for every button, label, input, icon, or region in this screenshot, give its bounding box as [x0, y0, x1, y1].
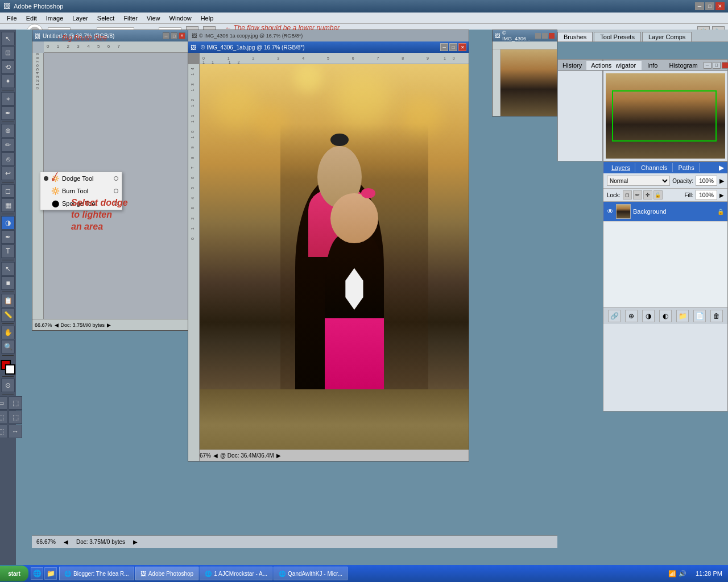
- fg-bg-color-swatch[interactable]: [1, 360, 15, 375]
- clone-tool[interactable]: ⎋: [1, 152, 15, 166]
- layers-tab-paths[interactable]: Paths: [674, 163, 700, 172]
- main-nav-right[interactable]: ▶: [276, 452, 281, 459]
- main-nav-left[interactable]: ◀: [213, 452, 218, 459]
- lasso-tool[interactable]: ⟲: [1, 60, 15, 74]
- tab-brushes[interactable]: Brushes: [557, 32, 593, 41]
- thumb-max-btn[interactable]: [542, 33, 548, 39]
- menu-select[interactable]: Select: [93, 14, 119, 23]
- main-max-btn[interactable]: □: [449, 43, 457, 51]
- layer-styles-btn[interactable]: ⊕: [625, 310, 638, 322]
- path-select-tool[interactable]: ↖: [1, 262, 15, 276]
- untitled-titlebar[interactable]: 🖼 Untitled-3 @ 66.7% (RGB/8) ─ □ ✕: [32, 30, 188, 41]
- ps-nav-left[interactable]: ◀: [64, 539, 68, 545]
- hand-tool[interactable]: ✋: [1, 326, 15, 339]
- nav-close-btn[interactable]: [722, 62, 728, 69]
- main-image-titlebar[interactable]: 🖼 © IMG_4306_1ab.jpg @ 16.7% (RGB/8*) ─ …: [188, 41, 469, 53]
- blend-mode-select[interactable]: Normal Multiply Screen: [607, 176, 670, 186]
- fill-arrow[interactable]: ▶: [719, 192, 724, 198]
- tab-layer-comps[interactable]: Layer Comps: [642, 32, 692, 41]
- brush-tool[interactable]: ✏: [1, 138, 15, 152]
- menu-view[interactable]: View: [142, 14, 165, 23]
- ql-ie-btn[interactable]: 🌐: [31, 567, 43, 580]
- minimize-button[interactable]: ─: [695, 2, 704, 10]
- start-button[interactable]: start: [0, 566, 28, 581]
- untitled-nav-right[interactable]: ▶: [107, 322, 111, 328]
- main-image-inactive-tab[interactable]: 🖼 © IMG_4306 1a ccopy.jpg @ 16.7% (RGB/8…: [188, 30, 469, 41]
- tab-tool-presets[interactable]: Tool Presets: [594, 32, 641, 41]
- mask-btn[interactable]: ◑: [642, 310, 655, 322]
- actions-tab[interactable]: Actions: [586, 61, 616, 70]
- delete-layer-btn[interactable]: 🗑: [710, 310, 723, 322]
- nav-tab-histogram[interactable]: Histogram: [663, 61, 703, 70]
- menu-edit[interactable]: Edit: [22, 14, 42, 23]
- nav-tab-info[interactable]: Info: [642, 61, 663, 70]
- extra-btn2[interactable]: ⬚: [9, 410, 22, 424]
- menu-layer[interactable]: Layer: [68, 14, 93, 23]
- taskbar-item-qanda[interactable]: 🌐 QandAwithKJ - Micr...: [274, 567, 348, 580]
- measure-tool[interactable]: 📏: [1, 308, 15, 322]
- thumb-titlebar[interactable]: 🖼 © IMG_4306...: [493, 30, 557, 41]
- untitled-close-btn[interactable]: ✕: [179, 32, 185, 39]
- extra-btn1[interactable]: ⬚: [0, 410, 7, 424]
- group-btn[interactable]: 📁: [676, 310, 689, 322]
- maximize-button[interactable]: □: [705, 2, 714, 10]
- lock-move-btn[interactable]: ✛: [643, 190, 652, 199]
- thumb-content[interactable]: [493, 41, 557, 116]
- eraser-tool[interactable]: ◻: [1, 184, 15, 198]
- dodge-tool-btn[interactable]: ◑: [1, 216, 15, 230]
- arrow-btn2[interactable]: ↔: [9, 425, 22, 438]
- thumb-min-btn[interactable]: [535, 33, 541, 39]
- menu-help[interactable]: Help: [196, 14, 218, 23]
- lock-transparent-btn[interactable]: ◻: [623, 190, 632, 199]
- menu-image[interactable]: Image: [42, 14, 68, 23]
- crop-tool[interactable]: ⌖: [1, 92, 15, 106]
- fill-input[interactable]: [696, 190, 717, 200]
- notes-tool[interactable]: 📋: [1, 294, 15, 307]
- standard-mode[interactable]: ▭: [0, 396, 7, 410]
- untitled-nav-left[interactable]: ◀: [55, 322, 59, 328]
- ps-nav-right[interactable]: ▶: [133, 539, 138, 545]
- layers-options-btn[interactable]: ▶: [719, 164, 724, 172]
- untitled-max-btn[interactable]: □: [171, 32, 177, 39]
- opacity-arrow[interactable]: ▶: [719, 177, 724, 185]
- nav-max-btn[interactable]: □: [713, 62, 721, 69]
- move-tool[interactable]: ↖: [1, 32, 15, 45]
- close-button[interactable]: ✕: [715, 2, 725, 10]
- marquee-tool[interactable]: ⊡: [1, 46, 15, 60]
- link-layers-btn[interactable]: 🔗: [608, 310, 621, 322]
- healing-tool[interactable]: ⊕: [1, 124, 15, 138]
- taskbar-item-blogger[interactable]: 🌐 Blogger: The Idea R...: [59, 567, 134, 580]
- lock-all-btn[interactable]: 🔒: [653, 190, 663, 199]
- taskbar-item-photoshop[interactable]: 🖼 Adobe Photoshop: [135, 567, 199, 580]
- type-tool[interactable]: T: [1, 244, 15, 258]
- taskbar-item-ajc[interactable]: 🌐 1 AJCMrockstar - A...: [200, 567, 272, 580]
- mask-mode-btn[interactable]: ⊙: [1, 379, 15, 392]
- nav-min-btn[interactable]: ─: [704, 62, 712, 69]
- main-close-btn[interactable]: ✕: [458, 43, 466, 51]
- shape-tool[interactable]: ■: [1, 276, 15, 290]
- photo-display[interactable]: [200, 64, 469, 461]
- new-layer-btn[interactable]: 📄: [693, 310, 706, 322]
- layer-eye-icon[interactable]: 👁: [607, 207, 614, 215]
- layers-tab-channels[interactable]: Channels: [636, 163, 672, 172]
- pen-tool[interactable]: ✒: [1, 230, 15, 244]
- history-tab[interactable]: History: [558, 61, 586, 70]
- menu-filter[interactable]: Filter: [119, 14, 142, 23]
- main-image-content[interactable]: 0 1 2 3 4 5 6 7 8 9 10 11 12 0 1 2 3 4 5…: [188, 53, 469, 461]
- menu-window[interactable]: Window: [165, 14, 196, 23]
- lock-paint-btn[interactable]: ✏: [633, 190, 642, 199]
- layers-tab-layers[interactable]: Layers: [607, 163, 635, 172]
- gradient-tool[interactable]: ▦: [1, 198, 15, 212]
- adjustment-btn[interactable]: ◐: [659, 310, 672, 322]
- zoom-tool[interactable]: 🔍: [1, 340, 15, 354]
- nav-view-box[interactable]: [612, 90, 717, 142]
- dodge-tool-item[interactable]: 🔅 Dodge Tool: [40, 172, 122, 185]
- thumb-close-btn[interactable]: [549, 33, 555, 39]
- untitled-min-btn[interactable]: ─: [163, 32, 169, 39]
- background-color[interactable]: [5, 364, 15, 375]
- burn-tool-item[interactable]: 🔆 Burn Tool: [40, 185, 122, 197]
- menu-file[interactable]: File: [2, 14, 22, 23]
- ql-explorer-btn[interactable]: 📁: [44, 567, 57, 580]
- fullscreen-mode[interactable]: ⬚: [9, 396, 22, 410]
- arrow-btn1[interactable]: ⬚: [0, 425, 7, 438]
